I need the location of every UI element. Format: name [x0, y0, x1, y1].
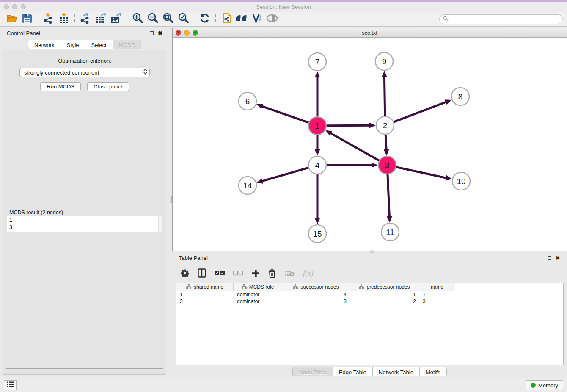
tab-style[interactable]: Style — [61, 40, 85, 49]
result-scrollbar[interactable] — [158, 216, 162, 232]
function-builder-icon[interactable]: f(x) — [303, 269, 314, 278]
optimization-criterion-label: Optimization criterion: — [58, 58, 111, 64]
cell-mcds-role[interactable]: dominator — [234, 298, 282, 305]
hierarchy-icon — [242, 284, 247, 290]
tab-mcds[interactable]: MCDS — [113, 40, 141, 49]
add-icon[interactable] — [252, 269, 260, 277]
cell-mcds-role[interactable]: dominator — [234, 291, 282, 298]
cell-successor-nodes[interactable]: 4 — [282, 291, 350, 298]
column-header-successor-nodes[interactable]: successor nodes — [282, 283, 350, 291]
graph-node-14[interactable]: 14 — [239, 177, 256, 194]
criterion-select[interactable]: strongly connected component — [19, 68, 150, 77]
memory-button[interactable]: Memory — [526, 380, 563, 390]
cell-successor-nodes[interactable]: 3 — [282, 298, 350, 305]
graph-node-2[interactable]: 2 — [376, 116, 394, 134]
zoom-network-icon[interactable]: + — [193, 30, 198, 36]
graph-node-4[interactable]: 4 — [308, 156, 326, 174]
graph-node-11[interactable]: 11 — [381, 223, 399, 241]
zoom-in-button[interactable] — [130, 13, 145, 26]
maximize-window-icon[interactable] — [21, 4, 26, 9]
cell-predecessor-nodes[interactable]: 1 — [350, 291, 419, 298]
splitter-grip[interactable] — [170, 196, 172, 203]
tab-edge-table[interactable]: Edge Table — [333, 367, 373, 376]
panel-splitter[interactable] — [169, 27, 172, 378]
network-from-selection-icon — [220, 12, 232, 26]
network-window-titlebar[interactable]: ✕ – + scc.txt — [173, 28, 567, 38]
graph-edge-3-1[interactable] — [330, 133, 379, 160]
graph-node-10[interactable]: 10 — [452, 172, 470, 190]
close-panel-icon[interactable]: ✖ — [158, 30, 162, 36]
network-from-selection-button[interactable] — [219, 13, 234, 26]
cell-name[interactable]: 3 — [419, 298, 455, 305]
network-graph[interactable]: 7968124314101511 — [173, 38, 567, 251]
column-header-mcds-role[interactable]: MCDS role — [234, 283, 282, 291]
graph-edge-1-6[interactable] — [261, 106, 308, 123]
zoom-out-button[interactable] — [145, 13, 160, 26]
home-neighbors-button[interactable] — [234, 13, 249, 26]
node-table[interactable]: shared nameMCDS rolesuccessor nodesprede… — [176, 283, 564, 365]
graph-edge-4-14[interactable] — [262, 168, 308, 181]
gear-icon[interactable] — [181, 269, 189, 277]
graph-node-15[interactable]: 15 — [308, 225, 326, 243]
graph-edge-2-9[interactable] — [384, 76, 385, 116]
export-table-button[interactable] — [93, 13, 108, 26]
trash-icon[interactable] — [268, 269, 276, 278]
refresh-layout-button[interactable] — [197, 13, 212, 26]
column-header-shared-name[interactable]: shared name — [176, 283, 234, 291]
graph-node-6[interactable]: 6 — [239, 92, 256, 110]
graph-node-9[interactable]: 9 — [375, 52, 393, 70]
close-panel-button[interactable]: Close panel — [87, 82, 129, 91]
import-network-button[interactable] — [41, 13, 56, 26]
float-table-panel-icon[interactable] — [548, 256, 551, 260]
save-session-button[interactable] — [19, 13, 35, 26]
deselect-all-checkboxes-icon[interactable] — [233, 271, 243, 276]
close-table-panel-icon[interactable]: ✖ — [556, 255, 560, 261]
search-input[interactable] — [451, 16, 559, 22]
graph-edge-3-10[interactable] — [396, 167, 446, 178]
close-network-icon[interactable]: ✕ — [176, 30, 181, 36]
table-row-2[interactable]: 3dominator323 — [176, 298, 563, 305]
cell-shared-name[interactable]: 1 — [176, 291, 234, 298]
horizontal-splitter-grip[interactable] — [370, 250, 374, 253]
minimize-network-icon[interactable]: – — [184, 30, 190, 36]
tab-network[interactable]: Network — [28, 40, 61, 49]
import-network-icon — [43, 12, 55, 26]
graph-edge-2-8[interactable] — [394, 102, 447, 122]
network-canvas[interactable]: 7968124314101511 — [173, 38, 567, 251]
cell-shared-name[interactable]: 3 — [176, 298, 234, 305]
select-all-checkboxes-icon[interactable] — [215, 271, 225, 276]
graph-edge-3-11[interactable] — [388, 174, 389, 217]
show-details-button[interactable] — [264, 13, 280, 26]
task-history-button[interactable] — [4, 380, 17, 390]
delete-table-icon[interactable] — [284, 270, 295, 276]
columns-icon[interactable] — [198, 268, 206, 278]
tab-motifs[interactable]: Motifs — [420, 367, 447, 376]
table-row-1[interactable]: 1dominator411 — [176, 291, 563, 298]
mcds-result-box[interactable]: 1 3 — [7, 216, 162, 232]
minimize-window-icon[interactable] — [12, 4, 17, 9]
graph-edge-2-3[interactable] — [385, 135, 386, 150]
app-title: Session: New Session — [256, 4, 311, 10]
graph-node-1[interactable]: 1 — [308, 117, 326, 135]
tab-select[interactable]: Select — [85, 40, 113, 49]
export-network-button[interactable] — [78, 13, 93, 26]
graph-edge-1-2[interactable] — [327, 125, 370, 126]
column-header-predecessor-nodes[interactable]: predecessor nodes — [350, 283, 419, 291]
fit-content-button[interactable] — [160, 13, 176, 26]
tab-node-table[interactable]: Node Table — [292, 367, 333, 376]
float-panel-icon[interactable] — [150, 31, 154, 35]
graph-node-3[interactable]: 3 — [378, 156, 396, 174]
tab-network-table[interactable]: Network Table — [373, 367, 420, 376]
cell-predecessor-nodes[interactable]: 2 — [350, 298, 419, 305]
cell-name[interactable]: 1 — [419, 291, 455, 298]
import-table-button[interactable] — [56, 13, 72, 26]
run-mcds-button[interactable]: Run MCDS — [40, 82, 81, 91]
graph-node-8[interactable]: 8 — [451, 88, 469, 105]
open-session-button[interactable] — [4, 13, 19, 26]
column-header-name[interactable]: name — [419, 283, 455, 291]
zoom-selected-button[interactable] — [176, 13, 191, 26]
close-window-icon[interactable] — [4, 4, 9, 9]
vizmapper-button[interactable] — [249, 13, 264, 26]
graph-node-7[interactable]: 7 — [308, 53, 326, 71]
export-image-button[interactable] — [108, 13, 124, 26]
